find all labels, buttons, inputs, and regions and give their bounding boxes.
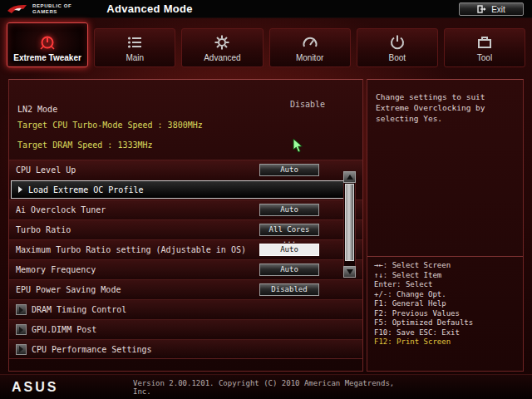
- help-panel: Change settings to suit Extreme Overcloc…: [367, 79, 524, 372]
- tool-box-icon: [475, 33, 494, 52]
- row-label: DRAM Timing Control: [32, 305, 126, 314]
- row-label: GPU.DIMM Post: [32, 325, 96, 334]
- triangle-down-icon: [347, 269, 353, 274]
- monitor-gauge-icon: [301, 33, 319, 52]
- tab-boot[interactable]: Boot: [357, 28, 438, 67]
- hotkey-f12-print-screen: F12: Print Screen: [374, 337, 516, 347]
- tab-label: Monitor: [296, 53, 323, 62]
- tab-label: Tool: [477, 53, 492, 62]
- row-label: CPU Level Up: [16, 165, 76, 175]
- submenu-dram-timing-control[interactable]: DRAM Timing Control: [9, 299, 362, 319]
- tab-monitor[interactable]: Monitor: [269, 28, 351, 67]
- tab-label: Advanced: [204, 53, 240, 62]
- chevron-right-icon: [18, 186, 22, 193]
- tab-extreme-tweaker[interactable]: Extreme Tweaker: [7, 22, 88, 67]
- setting-row-ln2-mode[interactable]: LN2 Mode Disable: [17, 100, 351, 113]
- row-label: Load Extreme OC Profile: [28, 185, 143, 195]
- target-cpu-speed-info: Target CPU Turbo-Mode Speed : 3800MHz: [17, 121, 203, 130]
- brand-line-1: REPUBLIC OF: [32, 3, 71, 9]
- asus-logo: ASUS: [12, 380, 58, 395]
- row-label: CPU Performance Settings: [32, 345, 152, 354]
- submenu-cpu-performance-settings[interactable]: CPU Performance Settings: [9, 339, 362, 359]
- hotkey-enter-select: Enter: Select: [374, 280, 516, 290]
- max-turbo-ratio-value-button[interactable]: Auto: [259, 244, 319, 256]
- tab-label: Extreme Tweaker: [13, 53, 81, 62]
- turbo-ratio-value-button[interactable]: All Cores ...: [259, 224, 319, 236]
- mouse-cursor: [293, 138, 303, 154]
- hotkey-change-opt: +/-: Change Opt.: [374, 290, 516, 300]
- exit-label: Exit: [491, 5, 505, 14]
- submenu-arrow-icon: [16, 344, 27, 355]
- scroll-up-button[interactable]: [343, 171, 356, 183]
- hotkey-f2-previous: F2: Previous Values: [374, 309, 516, 319]
- main-icon: [126, 33, 144, 52]
- tab-advanced[interactable]: Advanced: [181, 28, 263, 67]
- setting-row-epu-power-saving[interactable]: EPU Power Saving Mode Disabled: [9, 279, 362, 299]
- submenu-arrow-icon: [16, 304, 27, 315]
- target-dram-speed-info: Target DRAM Speed : 1333MHz: [17, 140, 153, 150]
- row-label: Maximum Turbo Ratio setting (Adjustable …: [16, 245, 246, 254]
- hotkey-select-item: ↑↓: Select Item: [374, 271, 516, 281]
- triangle-up-icon: [347, 175, 353, 180]
- help-text: Change settings to suit Extreme Overcloc…: [367, 80, 523, 124]
- boot-power-icon: [388, 33, 406, 52]
- tab-main[interactable]: Main: [94, 28, 175, 67]
- page-title: Advanced Mode: [106, 2, 193, 15]
- hotkey-f10-save-esc-exit: F10: Save ESC: Exit: [374, 328, 516, 338]
- hotkey-f5-defaults: F5: Optimized Defaults: [374, 318, 516, 328]
- settings-rows: CPU Level Up Auto Load Extreme OC Profil…: [9, 160, 362, 359]
- memory-frequency-value-button[interactable]: Auto: [259, 264, 319, 276]
- ln2-mode-value: Disable: [290, 100, 325, 109]
- row-label: Ai Overclock Tuner: [16, 205, 106, 214]
- brand-line-2: GAMERS: [32, 9, 71, 15]
- extreme-tweaker-icon: [38, 33, 57, 52]
- tab-bar: Extreme Tweaker Main: [7, 22, 525, 67]
- submenu-load-extreme-oc-profile[interactable]: Load Extreme OC Profile: [11, 180, 344, 199]
- exit-button[interactable]: Exit: [459, 2, 524, 16]
- setting-row-ai-overclock-tuner[interactable]: Ai Overclock Tuner Auto: [9, 200, 362, 219]
- version-text: Version 2.00.1201. Copyright (C) 2010 Am…: [133, 379, 399, 396]
- top-bar: REPUBLIC OF GAMERS Advanced Mode Exit: [0, 0, 532, 18]
- cpu-level-up-value-button[interactable]: Auto: [259, 164, 319, 176]
- ai-overclock-tuner-value-button[interactable]: Auto: [259, 204, 319, 216]
- scrollbar-track[interactable]: [343, 183, 356, 266]
- settings-panel: LN2 Mode Disable Target CPU Turbo-Mode S…: [8, 79, 363, 372]
- tab-label: Boot: [388, 53, 406, 62]
- setting-row-cpu-level-up[interactable]: CPU Level Up Auto: [9, 160, 362, 180]
- submenu-gpu-dimm-post[interactable]: GPU.DIMM Post: [9, 319, 362, 339]
- footer-bar: ASUS Version 2.00.1201. Copyright (C) 20…: [0, 374, 532, 399]
- tab-label: Main: [126, 53, 144, 62]
- row-label: LN2 Mode: [17, 105, 57, 114]
- rog-logo-icon: [7, 2, 28, 16]
- setting-row-memory-frequency[interactable]: Memory Frequency Auto: [9, 259, 362, 279]
- tab-tool[interactable]: Tool: [444, 28, 525, 67]
- hotkey-f1-help: F1: General Help: [374, 299, 516, 309]
- bios-advanced-mode-screen: REPUBLIC OF GAMERS Advanced Mode Exit: [0, 0, 532, 399]
- row-label: Memory Frequency: [16, 265, 96, 274]
- scrollbar-thumb[interactable]: [345, 184, 354, 261]
- scrollbar[interactable]: [343, 171, 356, 278]
- advanced-gear-icon: [213, 33, 231, 52]
- setting-row-turbo-ratio[interactable]: Turbo Ratio All Cores ...: [9, 219, 362, 239]
- brand-text: REPUBLIC OF GAMERS: [32, 3, 71, 15]
- setting-row-max-turbo-ratio[interactable]: Maximum Turbo Ratio setting (Adjustable …: [9, 239, 362, 259]
- exit-icon: [477, 5, 486, 13]
- epu-power-saving-value-button[interactable]: Disabled: [259, 283, 319, 296]
- hotkey-legend: →←: Select Screen ↑↓: Select Item Enter:…: [367, 256, 523, 352]
- submenu-arrow-icon: [16, 324, 27, 335]
- hotkey-select-screen: →←: Select Screen: [374, 261, 516, 271]
- row-label: Turbo Ratio: [16, 225, 71, 234]
- scroll-down-button[interactable]: [343, 266, 356, 278]
- row-label: EPU Power Saving Mode: [16, 285, 121, 294]
